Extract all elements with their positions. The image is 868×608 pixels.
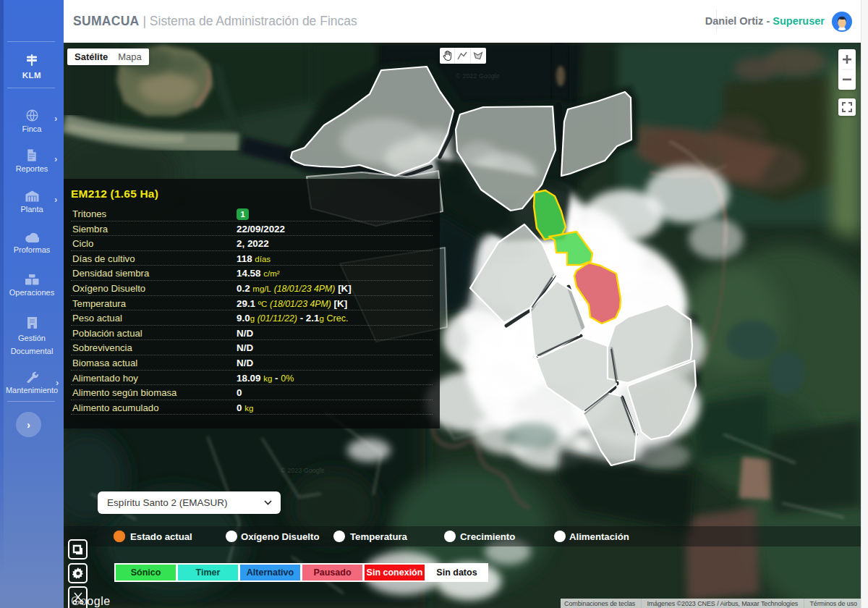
svg-text:© 2022 Google: © 2022 Google [456,72,500,80]
svg-text:© 2023 Google: © 2023 Google [281,467,325,474]
